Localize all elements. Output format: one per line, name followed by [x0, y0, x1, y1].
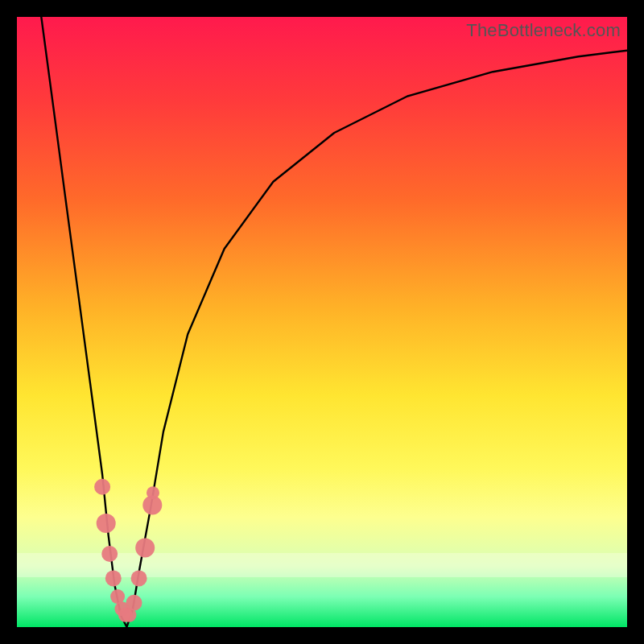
marker-point: [131, 570, 147, 586]
marker-point: [94, 479, 110, 495]
marker-point: [101, 546, 118, 562]
marker-point: [105, 570, 122, 586]
watermark-text: TheBottleneck.com: [466, 20, 621, 41]
marker-point: [135, 539, 155, 558]
plot-area: TheBottleneck.com: [17, 17, 627, 627]
bottleneck-curve: [41, 17, 627, 627]
chart-frame: TheBottleneck.com: [0, 0, 644, 644]
chart-svg: [17, 17, 627, 627]
marker-point: [97, 514, 116, 533]
marker-point: [147, 486, 159, 499]
marker-point: [126, 595, 142, 611]
curve-path: [41, 17, 627, 627]
